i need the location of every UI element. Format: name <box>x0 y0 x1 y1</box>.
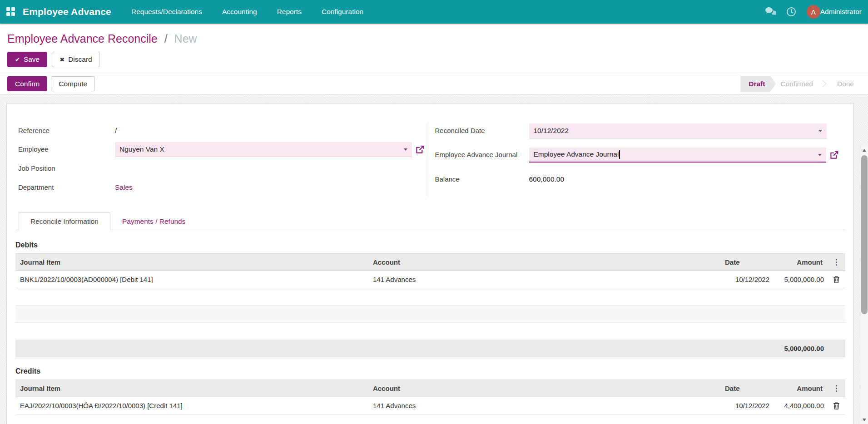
journal-external-link-icon[interactable] <box>830 151 838 159</box>
form-sheet: Reference / Employee Nguyen Van X <box>6 103 854 424</box>
form-fields: Reference / Employee Nguyen Van X <box>15 122 845 197</box>
debits-heading: Debits <box>15 241 845 249</box>
reconciled-date-input[interactable]: 10/12/2022 <box>529 123 827 138</box>
balance-label: Balance <box>432 174 529 184</box>
col-account[interactable]: Account <box>368 254 720 271</box>
top-navbar: Employee Advance Requests/Declarations A… <box>0 0 868 24</box>
credits-heading: Credits <box>15 367 845 375</box>
journal-label: Employee Advance Journal <box>432 149 529 160</box>
close-icon: ✖ <box>60 57 64 63</box>
optional-columns-icon[interactable]: ⋮ <box>833 384 840 393</box>
user-avatar[interactable]: A <box>807 5 820 19</box>
department-label: Department <box>15 182 115 192</box>
statusbar-buttons: Confirm Compute <box>7 76 95 91</box>
col-account[interactable]: Account <box>368 380 720 397</box>
app-brand[interactable]: Employee Advance <box>23 6 111 17</box>
status-steps: Draft Confirmed Done <box>740 76 858 92</box>
debit-row[interactable]: BNK1/2022/10/0003(AD000004) [Debit 141] … <box>15 271 845 288</box>
status-step-done[interactable]: Done <box>833 76 858 92</box>
col-amount[interactable]: Amount <box>773 380 827 397</box>
credit-amount[interactable]: 4,400,000.00 <box>773 397 827 414</box>
save-button[interactable]: ✔ Save <box>7 52 47 67</box>
department-value-link[interactable]: Sales <box>115 183 133 192</box>
debit-amount[interactable]: 5,000,000.00 <box>773 271 827 288</box>
tab-reconcile-information[interactable]: Reconcile Information <box>19 212 110 230</box>
field-reconciled-date: Reconciled Date 10/12/2022 <box>432 122 845 140</box>
compute-button[interactable]: Compute <box>51 76 95 91</box>
debit-journal-item[interactable]: BNK1/2022/10/0003(AD000004) [Debit 141] <box>15 271 368 288</box>
col-date[interactable]: Date <box>720 380 773 397</box>
field-reference: Reference / <box>15 122 428 140</box>
empty-row <box>15 306 845 323</box>
empty-row <box>15 414 845 424</box>
messages-icon[interactable] <box>765 6 776 17</box>
employee-external-link-icon[interactable] <box>416 145 424 154</box>
discard-button[interactable]: ✖ Discard <box>52 52 99 67</box>
journal-input[interactable]: Employee Advance Journal <box>529 148 827 163</box>
reference-value: / <box>115 127 117 135</box>
dropdown-caret-icon[interactable] <box>818 130 822 132</box>
text-cursor <box>619 150 620 159</box>
dropdown-caret-icon[interactable] <box>404 148 407 151</box>
notebook-tabs: Reconcile Information Payments / Refunds <box>15 212 845 230</box>
form-action-buttons: ✔ Save ✖ Discard <box>7 52 861 67</box>
menu-configuration[interactable]: Configuration <box>322 8 363 16</box>
status-step-draft[interactable]: Draft <box>740 76 776 92</box>
menu-requests-declarations[interactable]: Requests/Declarations <box>131 8 202 16</box>
col-amount[interactable]: Amount <box>773 254 827 271</box>
employee-input[interactable]: Nguyen Van X <box>115 142 412 157</box>
apps-menu-icon[interactable] <box>6 7 15 16</box>
menu-accounting[interactable]: Accounting <box>222 8 257 16</box>
balance-value: 600,000.00 <box>529 175 565 183</box>
debit-account[interactable]: 141 Advances <box>368 271 720 288</box>
field-balance: Balance 600,000.00 <box>432 170 845 189</box>
main-menu: Requests/Declarations Accounting Reports… <box>131 8 363 16</box>
control-panel: Employee Advance Reconcile / New ✔ Save … <box>0 24 868 73</box>
scrollbar-thumb[interactable] <box>861 155 868 314</box>
credit-account[interactable]: 141 Advances <box>368 397 720 414</box>
debits-total-amount: 5,000,000.00 <box>773 340 827 357</box>
credit-journal-item[interactable]: EAJ/2022/10/0003(HÓA Đ/2022/10/0003) [Cr… <box>15 397 368 414</box>
check-icon: ✔ <box>15 57 20 63</box>
debits-table: Journal Item Account Date Amount ⋮ BNK1/… <box>15 253 845 357</box>
debit-date[interactable]: 10/12/2022 <box>720 271 773 288</box>
breadcrumb-parent[interactable]: Employee Advance Reconcile <box>7 32 158 45</box>
statusbar: Confirm Compute Draft Confirmed Done <box>0 73 868 95</box>
col-journal-item[interactable]: Journal Item <box>15 254 368 271</box>
breadcrumb-current: New <box>174 32 197 45</box>
credit-row[interactable]: EAJ/2022/10/0003(HÓA Đ/2022/10/0003) [Cr… <box>15 397 845 414</box>
tab-payments-refunds[interactable]: Payments / Refunds <box>110 212 198 230</box>
vertical-scrollbar[interactable] <box>860 146 868 424</box>
breadcrumb-separator: / <box>164 32 168 45</box>
form-view: Confirm Compute Draft Confirmed Done Ref… <box>0 73 868 424</box>
chevron-right-icon <box>819 80 827 88</box>
credits-header-row: Journal Item Account Date Amount ⋮ <box>15 380 845 397</box>
col-journal-item[interactable]: Journal Item <box>15 380 368 397</box>
field-employee: Employee Nguyen Van X <box>15 140 428 159</box>
user-menu[interactable]: A Administrator <box>807 5 862 19</box>
activities-clock-icon[interactable] <box>786 6 797 17</box>
delete-row-icon[interactable] <box>831 400 841 410</box>
reference-label: Reference <box>15 125 115 136</box>
breadcrumb: Employee Advance Reconcile / New <box>7 32 861 45</box>
reconciled-date-label: Reconciled Date <box>432 125 529 136</box>
empty-row <box>15 323 845 340</box>
scroll-down-icon[interactable] <box>860 416 868 424</box>
field-journal: Employee Advance Journal Employee Advanc… <box>432 140 845 170</box>
optional-columns-icon[interactable]: ⋮ <box>833 258 840 266</box>
employee-label: Employee <box>15 144 115 154</box>
confirm-button[interactable]: Confirm <box>7 76 47 91</box>
form-scroll-area: Reference / Employee Nguyen Van X <box>0 95 868 424</box>
empty-row <box>15 288 845 306</box>
field-job-position: Job Position <box>15 159 428 178</box>
col-date[interactable]: Date <box>720 254 773 271</box>
dropdown-caret-icon[interactable] <box>818 154 822 156</box>
menu-reports[interactable]: Reports <box>277 8 302 16</box>
status-step-confirmed[interactable]: Confirmed <box>776 76 818 92</box>
user-name: Administrator <box>820 8 862 16</box>
credit-date[interactable]: 10/12/2022 <box>720 397 773 414</box>
debits-header-row: Journal Item Account Date Amount ⋮ <box>15 254 845 271</box>
job-position-label: Job Position <box>15 163 115 173</box>
scroll-up-icon[interactable] <box>860 146 868 154</box>
delete-row-icon[interactable] <box>831 274 841 284</box>
